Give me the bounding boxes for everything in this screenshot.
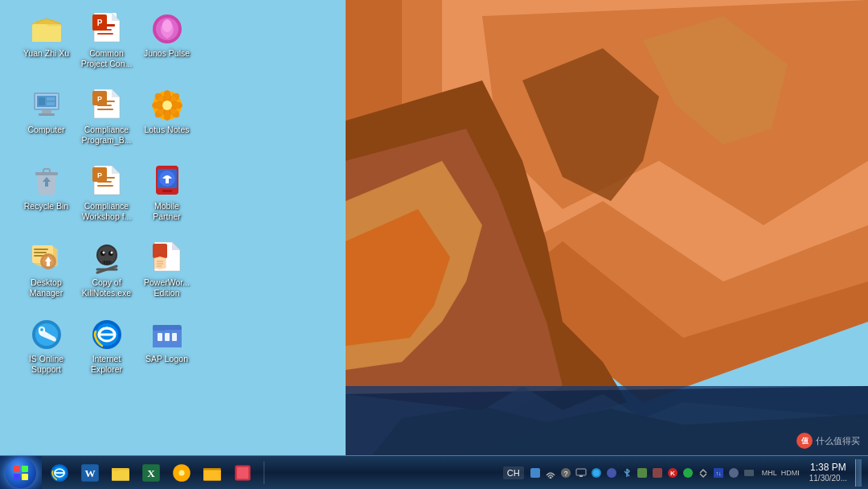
taskbar-divider (264, 462, 264, 484)
yuan-zhi-xu-label: Yuan Zhi Xu (23, 48, 69, 59)
taskbar-ie[interactable] (45, 459, 74, 487)
taskbar-apps: W X (42, 456, 260, 489)
computer-icon (31, 89, 63, 121)
taskbar-lotus[interactable] (167, 459, 196, 487)
icon-mobile-partner[interactable]: Mobile Partner (137, 161, 197, 237)
tray-icon-bluetooth[interactable] (620, 466, 633, 479)
junos-pulse-label: Junos Pulse (144, 48, 190, 59)
watermark: 值 什么值得买 (796, 433, 860, 449)
common-project-label: Common Project Con... (80, 48, 133, 69)
taskbar-folder1[interactable] (198, 459, 227, 487)
start-orb-icon (6, 458, 36, 488)
icon-recycle-bin[interactable]: Recycle Bin (16, 161, 76, 237)
svg-rect-7 (97, 33, 113, 35)
icon-powerword[interactable]: PowerWor... Edition (137, 237, 197, 314)
svg-rect-106 (530, 468, 540, 478)
tray-icon-question[interactable]: ? (559, 466, 572, 479)
icon-compliance-program[interactable]: P Compliance Program_B... (76, 84, 137, 161)
svg-text:P: P (96, 171, 101, 179)
system-tray: ? (526, 466, 759, 479)
hdmi-label: HDMI (780, 469, 801, 477)
icon-lotus-notes[interactable]: Lotus Notes (137, 84, 197, 161)
svg-rect-86 (22, 466, 28, 472)
svg-text:P: P (96, 95, 101, 103)
tray-icon-network[interactable] (544, 466, 557, 479)
tray-icon-kaspersky[interactable]: K (666, 466, 679, 479)
junos-pulse-icon (151, 13, 183, 45)
svg-rect-18 (39, 97, 45, 105)
clock-time: 1:38 PM (810, 462, 846, 473)
icon-computer[interactable]: Computer (16, 84, 76, 161)
show-desktop-button[interactable] (855, 459, 862, 487)
svg-rect-20 (47, 102, 55, 105)
taskbar: W X (0, 455, 868, 489)
desktop-manager-label: Desktop Manager (19, 277, 73, 298)
internet-explorer-icon (91, 318, 123, 351)
icon-common-project[interactable]: P Common Project Con... (76, 8, 137, 84)
svg-point-114 (607, 468, 616, 478)
svg-text:K: K (670, 470, 675, 477)
lotus-notes-icon (151, 89, 183, 121)
compliance-workshop-label: Compliance Workshop f... (80, 201, 133, 222)
copy-killnotes-icon (91, 242, 123, 274)
svg-rect-68 (153, 244, 167, 258)
clock[interactable]: 1:38 PM 11/30/20... (803, 456, 854, 489)
svg-rect-115 (637, 468, 647, 478)
tray-labels: MHL HDMI (760, 469, 801, 477)
tray-icon-app1[interactable] (605, 466, 618, 479)
tray-icon-arrows[interactable] (697, 466, 710, 479)
icon-sap-logon[interactable]: SAP Logon (137, 314, 197, 390)
tray-icon-security[interactable] (590, 466, 603, 479)
taskbar-word[interactable]: W (76, 459, 104, 487)
svg-rect-51 (34, 249, 48, 250)
taskbar-app1[interactable] (228, 459, 257, 487)
tray-icon-green[interactable] (682, 466, 694, 479)
icon-yuan-zhi-xu[interactable]: Yuan Zhi Xu (16, 8, 76, 84)
sap-logon-icon (151, 318, 183, 351)
svg-point-60 (102, 252, 104, 254)
start-button[interactable] (0, 456, 42, 490)
svg-point-107 (549, 476, 551, 479)
language-indicator[interactable]: CH (503, 466, 524, 479)
tray-icon-app4[interactable]: ↑↓ (712, 466, 725, 479)
svg-rect-16 (39, 113, 55, 116)
svg-rect-52 (34, 252, 47, 253)
is-online-support-icon (31, 318, 63, 351)
taskbar-excel[interactable]: X (137, 459, 166, 487)
svg-text:?: ? (563, 470, 567, 478)
icon-is-online-support[interactable]: IS Online Support (16, 314, 76, 390)
svg-rect-116 (653, 468, 662, 478)
svg-point-119 (683, 468, 693, 478)
svg-rect-85 (14, 466, 20, 472)
tray-icon-1[interactable] (529, 466, 542, 479)
icon-compliance-workshop[interactable]: P Compliance Workshop f... (76, 161, 137, 237)
sap-logon-label: SAP Logon (145, 354, 188, 364)
icon-copy-killnotes[interactable]: Copy of KillNotes.exe (76, 237, 137, 314)
powerword-label: PowerWor... Edition (140, 277, 194, 298)
icon-junos-pulse[interactable]: Junos Pulse (137, 8, 197, 84)
tray-icon-screen[interactable] (575, 466, 588, 479)
svg-rect-38 (43, 169, 50, 173)
watermark-text: 什么值得买 (816, 435, 860, 447)
svg-point-75 (40, 328, 43, 331)
svg-rect-81 (153, 325, 166, 331)
svg-text:W: W (84, 466, 95, 479)
svg-rect-105 (237, 466, 248, 478)
svg-point-100 (178, 470, 184, 475)
compliance-program-icon: P (91, 89, 123, 121)
clock-date: 11/30/20... (809, 474, 847, 483)
svg-rect-15 (42, 110, 51, 113)
compliance-workshop-icon: P (91, 166, 123, 198)
watermark-logo: 值 (796, 433, 813, 449)
tray-icon-app6[interactable] (743, 466, 755, 479)
tray-icon-app3[interactable] (651, 466, 664, 479)
tray-icon-app5[interactable] (727, 466, 740, 479)
icon-desktop-manager[interactable]: Desktop Manager (16, 237, 76, 314)
tray-icon-app2[interactable] (636, 466, 649, 479)
svg-rect-47 (162, 190, 172, 192)
svg-point-122 (729, 468, 739, 478)
svg-point-12 (162, 19, 172, 32)
svg-rect-82 (158, 333, 162, 341)
taskbar-explorer[interactable] (106, 459, 135, 487)
icon-internet-explorer[interactable]: Internet Explorer (76, 314, 137, 390)
